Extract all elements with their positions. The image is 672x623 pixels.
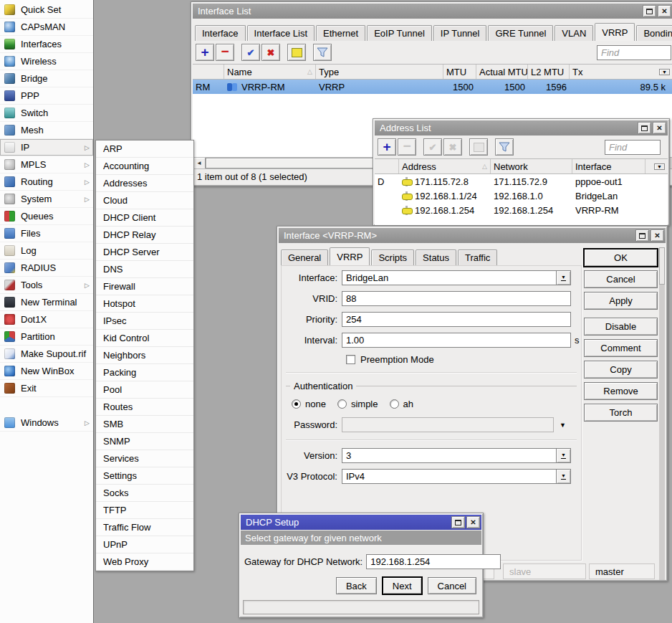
interface-dropdown-button[interactable]: ▼ <box>556 271 570 285</box>
tab[interactable]: Status <box>416 249 456 265</box>
disable-button[interactable]: ✖ <box>261 44 280 61</box>
column-header-actual-mtu[interactable]: Actual MTU <box>476 65 528 79</box>
column-header-flags[interactable] <box>375 159 399 173</box>
interface-row-vrrp-rm[interactable]: RM VRRP-RM VRRP 1500 1500 1596 89.5 k <box>193 80 672 94</box>
submenu-item[interactable]: Socks <box>96 485 193 502</box>
dialog-button[interactable]: Apply <box>584 292 658 310</box>
dialog-button[interactable]: Comment <box>584 339 658 357</box>
add-button[interactable]: + <box>196 44 214 61</box>
column-header-mtu[interactable]: MTU <box>443 65 476 79</box>
address-row[interactable]: D 171.115.72.8 171.115.72.9 pppoe-out1 <box>375 174 668 189</box>
tab[interactable]: Traffic <box>458 249 497 265</box>
v3-protocol-input[interactable] <box>342 469 571 484</box>
remove-button[interactable]: − <box>216 44 234 61</box>
password-input[interactable] <box>342 417 554 432</box>
sidebar-item[interactable]: Interfaces ▷ <box>0 36 93 53</box>
tab[interactable]: VRRP <box>330 247 370 265</box>
filter-button[interactable] <box>313 44 332 61</box>
sidebar-item[interactable]: Files ▷ <box>0 225 93 242</box>
close-button[interactable]: ✕ <box>653 122 666 134</box>
submenu-item[interactable]: Settings <box>96 467 193 485</box>
dialog-button[interactable]: Disable <box>584 318 658 336</box>
wizard-button[interactable]: Back <box>336 577 377 594</box>
password-dropdown-icon[interactable]: ▼ <box>560 422 566 429</box>
sidebar-item[interactable]: Exit ▷ <box>0 380 93 397</box>
submenu-item[interactable]: Accounting <box>96 158 193 175</box>
tab[interactable]: Scripts <box>371 249 414 265</box>
preemption-mode-checkbox[interactable] <box>346 355 355 364</box>
scrollbar-thumb[interactable] <box>659 247 665 285</box>
column-header-interface[interactable]: Interface <box>572 159 645 173</box>
submenu-item[interactable]: Web Proxy <box>96 553 193 571</box>
interface-list-titlebar[interactable]: Interface List ✕ <box>193 4 672 19</box>
sidebar-item[interactable]: Quick Set ▷ <box>0 1 93 19</box>
priority-input[interactable] <box>342 312 571 327</box>
column-header-flags[interactable] <box>193 65 224 79</box>
dialog-button[interactable]: Cancel <box>584 270 658 288</box>
submenu-item[interactable]: DHCP Relay <box>96 227 193 244</box>
submenu-item[interactable]: IPsec <box>96 313 193 330</box>
submenu-item[interactable]: Pool <box>96 381 193 399</box>
submenu-item[interactable]: UPnP <box>96 536 193 553</box>
maximize-button[interactable] <box>635 229 649 242</box>
remove-button[interactable]: − <box>398 138 416 156</box>
tab[interactable]: Interface List <box>247 25 315 41</box>
disable-button[interactable]: ✖ <box>443 138 462 156</box>
submenu-item[interactable]: DNS <box>96 261 193 278</box>
sidebar-item[interactable]: MPLS ▷ <box>0 156 93 173</box>
maximize-button[interactable] <box>638 122 651 134</box>
submenu-item[interactable]: Packing <box>96 364 193 381</box>
sidebar-item[interactable]: Windows ▷ <box>0 414 93 432</box>
submenu-item[interactable]: Addresses <box>96 175 193 192</box>
address-row[interactable]: 192.168.1.1/24 192.168.1.0 BridgeLan <box>375 189 668 203</box>
tab[interactable]: IP Tunnel <box>433 25 487 41</box>
enable-button[interactable]: ✔ <box>423 138 442 156</box>
submenu-item[interactable]: SMB <box>96 416 193 433</box>
close-button[interactable]: ✕ <box>651 229 664 242</box>
sidebar-item[interactable]: Switch ▷ <box>0 105 93 122</box>
tab[interactable]: Ethernet <box>316 25 365 41</box>
column-header-l2mtu[interactable]: L2 MTU <box>528 65 570 79</box>
submenu-item[interactable]: Kid Control <box>96 330 193 347</box>
close-button[interactable]: ✕ <box>466 516 480 528</box>
submenu-item[interactable]: Firewall <box>96 278 193 295</box>
submenu-item[interactable]: SNMP <box>96 433 193 450</box>
submenu-item[interactable]: Services <box>96 450 193 467</box>
version-input[interactable] <box>342 448 571 463</box>
find-input[interactable] <box>597 45 671 60</box>
wizard-button[interactable]: Cancel <box>428 577 476 594</box>
column-header-type[interactable]: Type <box>316 65 443 79</box>
submenu-item[interactable]: TFTP <box>96 502 193 519</box>
enable-button[interactable]: ✔ <box>241 44 260 61</box>
comment-button[interactable] <box>469 138 488 156</box>
tab[interactable]: VRRP <box>595 23 635 41</box>
sidebar-item[interactable]: Wireless ▷ <box>0 53 93 70</box>
dialog-button[interactable]: Copy <box>584 361 658 379</box>
interval-input[interactable] <box>342 333 571 348</box>
maximize-button[interactable] <box>643 5 656 17</box>
dialog-button[interactable]: Remove <box>584 382 658 400</box>
column-header-address[interactable]: Address△ <box>399 159 491 173</box>
dialog-button[interactable]: Torch <box>584 404 658 422</box>
column-chooser-button[interactable]: ▼ <box>654 163 665 170</box>
vrrp-dialog-titlebar[interactable]: Interface <VRRP-RM> ✕ <box>279 228 666 243</box>
sidebar-item[interactable]: System ▷ <box>0 191 93 208</box>
sidebar-item[interactable]: Make Supout.rif ▷ <box>0 346 93 363</box>
tab[interactable]: Interface <box>195 25 246 41</box>
sidebar-item[interactable]: IP ▷ <box>0 139 93 156</box>
add-button[interactable]: + <box>378 138 396 156</box>
auth-radio-option[interactable]: none <box>292 399 326 409</box>
interface-input[interactable] <box>342 270 571 285</box>
column-chooser-button[interactable]: ▼ <box>659 69 670 75</box>
tab[interactable]: EoIP Tunnel <box>367 25 432 41</box>
sidebar-item[interactable]: RADIUS ▷ <box>0 260 93 277</box>
column-header-name[interactable]: Name△ <box>224 65 316 79</box>
sidebar-item[interactable]: CAPsMAN ▷ <box>0 19 93 36</box>
v3-protocol-dropdown-button[interactable]: ▼ <box>556 470 570 483</box>
submenu-item[interactable]: Traffic Flow <box>96 519 193 536</box>
column-header-tx[interactable]: Tx ▼ <box>570 65 672 79</box>
scroll-left-button[interactable]: ◄ <box>193 158 206 168</box>
address-list-titlebar[interactable]: Address List ✕ <box>375 120 668 135</box>
version-dropdown-button[interactable]: ▼ <box>556 449 570 462</box>
auth-radio-option[interactable]: ah <box>390 399 413 409</box>
